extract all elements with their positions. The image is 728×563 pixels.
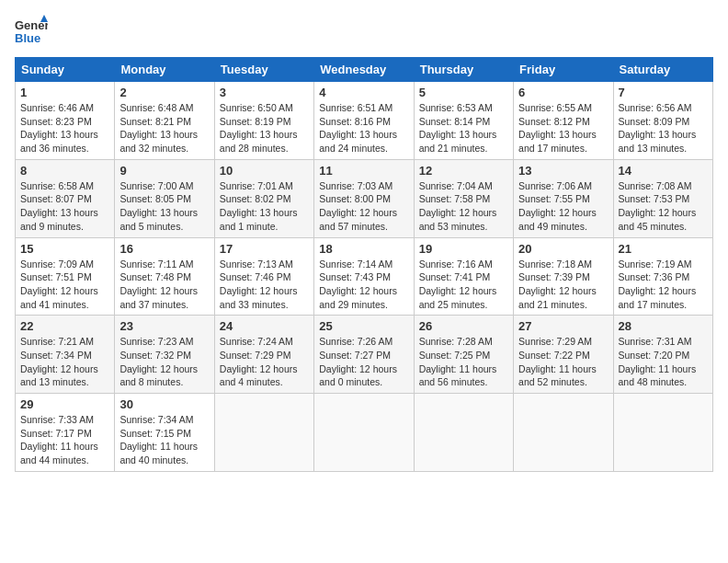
- calendar-cell: [314, 394, 414, 472]
- day-info: Sunrise: 6:56 AMSunset: 8:09 PMDaylight:…: [619, 101, 708, 155]
- calendar-cell: 7 Sunrise: 6:56 AMSunset: 8:09 PMDayligh…: [613, 82, 712, 160]
- calendar-cell: 25 Sunrise: 7:26 AMSunset: 7:27 PMDaylig…: [314, 316, 414, 394]
- day-info: Sunrise: 7:13 AMSunset: 7:46 PMDaylight:…: [220, 258, 309, 312]
- weekday-header-saturday: Saturday: [613, 58, 712, 82]
- day-number: 15: [20, 242, 109, 256]
- day-info: Sunrise: 7:31 AMSunset: 7:20 PMDaylight:…: [619, 335, 708, 389]
- calendar-cell: 27 Sunrise: 7:29 AMSunset: 7:22 PMDaylig…: [514, 316, 613, 394]
- day-info: Sunrise: 7:24 AMSunset: 7:29 PMDaylight:…: [220, 335, 309, 389]
- calendar-cell: 15 Sunrise: 7:09 AMSunset: 7:51 PMDaylig…: [16, 237, 115, 316]
- day-number: 17: [220, 242, 309, 256]
- calendar-cell: [414, 394, 513, 472]
- calendar-cell: 6 Sunrise: 6:55 AMSunset: 8:12 PMDayligh…: [514, 82, 613, 160]
- day-info: Sunrise: 7:03 AMSunset: 8:00 PMDaylight:…: [319, 179, 408, 234]
- weekday-header-tuesday: Tuesday: [214, 58, 313, 82]
- day-info: Sunrise: 7:06 AMSunset: 7:55 PMDaylight:…: [518, 179, 608, 234]
- day-info: Sunrise: 6:55 AMSunset: 8:12 PMDaylight:…: [518, 101, 608, 155]
- day-info: Sunrise: 7:00 AMSunset: 8:05 PMDaylight:…: [119, 179, 209, 234]
- weekday-header-wednesday: Wednesday: [314, 58, 414, 82]
- day-number: 25: [319, 319, 408, 333]
- day-number: 18: [319, 242, 408, 256]
- day-info: Sunrise: 7:14 AMSunset: 7:43 PMDaylight:…: [319, 258, 408, 312]
- weekday-header-row: SundayMondayTuesdayWednesdayThursdayFrid…: [16, 58, 713, 82]
- day-number: 1: [20, 86, 109, 99]
- page-header: General Blue: [15, 15, 713, 48]
- day-number: 8: [20, 164, 109, 178]
- calendar-cell: 17 Sunrise: 7:13 AMSunset: 7:46 PMDaylig…: [214, 237, 313, 316]
- calendar-cell: 13 Sunrise: 7:06 AMSunset: 7:55 PMDaylig…: [514, 159, 613, 237]
- calendar-cell: 16 Sunrise: 7:11 AMSunset: 7:48 PMDaylig…: [115, 237, 214, 316]
- calendar-cell: [514, 394, 613, 472]
- calendar-week-row: 29 Sunrise: 7:33 AMSunset: 7:17 PMDaylig…: [16, 394, 713, 472]
- day-number: 6: [518, 86, 608, 99]
- day-info: Sunrise: 6:48 AMSunset: 8:21 PMDaylight:…: [119, 101, 209, 155]
- calendar-cell: 1 Sunrise: 6:46 AMSunset: 8:23 PMDayligh…: [16, 82, 115, 160]
- weekday-header-sunday: Sunday: [16, 58, 115, 82]
- calendar-cell: [214, 394, 313, 472]
- calendar-cell: 11 Sunrise: 7:03 AMSunset: 8:00 PMDaylig…: [314, 159, 414, 237]
- weekday-header-monday: Monday: [115, 58, 214, 82]
- calendar-cell: 2 Sunrise: 6:48 AMSunset: 8:21 PMDayligh…: [115, 82, 214, 160]
- day-number: 7: [619, 86, 708, 99]
- day-number: 13: [518, 164, 608, 178]
- day-number: 29: [20, 397, 109, 411]
- calendar-cell: 22 Sunrise: 7:21 AMSunset: 7:34 PMDaylig…: [16, 316, 115, 394]
- calendar-cell: 10 Sunrise: 7:01 AMSunset: 8:02 PMDaylig…: [214, 159, 313, 237]
- day-info: Sunrise: 7:33 AMSunset: 7:17 PMDaylight:…: [20, 413, 109, 467]
- day-number: 16: [119, 242, 209, 256]
- svg-text:Blue: Blue: [15, 31, 40, 45]
- calendar-week-row: 8 Sunrise: 6:58 AMSunset: 8:07 PMDayligh…: [16, 159, 713, 237]
- calendar-cell: 3 Sunrise: 6:50 AMSunset: 8:19 PMDayligh…: [214, 82, 313, 160]
- day-info: Sunrise: 7:01 AMSunset: 8:02 PMDaylight:…: [220, 179, 309, 234]
- logo: General Blue: [15, 15, 48, 48]
- day-number: 26: [419, 319, 508, 333]
- calendar-cell: 30 Sunrise: 7:34 AMSunset: 7:15 PMDaylig…: [115, 394, 214, 472]
- day-number: 9: [119, 164, 209, 178]
- calendar-cell: 23 Sunrise: 7:23 AMSunset: 7:32 PMDaylig…: [115, 316, 214, 394]
- calendar-week-row: 22 Sunrise: 7:21 AMSunset: 7:34 PMDaylig…: [16, 316, 713, 394]
- calendar-cell: 24 Sunrise: 7:24 AMSunset: 7:29 PMDaylig…: [214, 316, 313, 394]
- day-info: Sunrise: 7:09 AMSunset: 7:51 PMDaylight:…: [20, 258, 109, 312]
- day-number: 12: [419, 164, 508, 178]
- logo-icon: General Blue: [15, 15, 48, 48]
- day-info: Sunrise: 7:23 AMSunset: 7:32 PMDaylight:…: [119, 335, 209, 389]
- day-info: Sunrise: 6:50 AMSunset: 8:19 PMDaylight:…: [220, 101, 309, 155]
- weekday-header-thursday: Thursday: [414, 58, 513, 82]
- calendar-week-row: 1 Sunrise: 6:46 AMSunset: 8:23 PMDayligh…: [16, 82, 713, 160]
- day-info: Sunrise: 7:19 AMSunset: 7:36 PMDaylight:…: [619, 258, 708, 312]
- calendar-cell: 21 Sunrise: 7:19 AMSunset: 7:36 PMDaylig…: [613, 237, 712, 316]
- weekday-header-friday: Friday: [514, 58, 613, 82]
- day-info: Sunrise: 6:51 AMSunset: 8:16 PMDaylight:…: [319, 101, 408, 155]
- calendar-cell: [613, 394, 712, 472]
- calendar-cell: 28 Sunrise: 7:31 AMSunset: 7:20 PMDaylig…: [613, 316, 712, 394]
- day-number: 23: [119, 319, 209, 333]
- day-info: Sunrise: 7:29 AMSunset: 7:22 PMDaylight:…: [518, 335, 608, 389]
- day-info: Sunrise: 7:16 AMSunset: 7:41 PMDaylight:…: [419, 258, 508, 312]
- calendar-cell: 29 Sunrise: 7:33 AMSunset: 7:17 PMDaylig…: [16, 394, 115, 472]
- day-info: Sunrise: 7:08 AMSunset: 7:53 PMDaylight:…: [619, 179, 708, 234]
- calendar-cell: 8 Sunrise: 6:58 AMSunset: 8:07 PMDayligh…: [16, 159, 115, 237]
- calendar-cell: 20 Sunrise: 7:18 AMSunset: 7:39 PMDaylig…: [514, 237, 613, 316]
- day-info: Sunrise: 7:21 AMSunset: 7:34 PMDaylight:…: [20, 335, 109, 389]
- calendar-body: 1 Sunrise: 6:46 AMSunset: 8:23 PMDayligh…: [16, 82, 713, 472]
- calendar-cell: 26 Sunrise: 7:28 AMSunset: 7:25 PMDaylig…: [414, 316, 513, 394]
- calendar-cell: 9 Sunrise: 7:00 AMSunset: 8:05 PMDayligh…: [115, 159, 214, 237]
- calendar-cell: 12 Sunrise: 7:04 AMSunset: 7:58 PMDaylig…: [414, 159, 513, 237]
- day-number: 27: [518, 319, 608, 333]
- day-number: 21: [619, 242, 708, 256]
- day-number: 20: [518, 242, 608, 256]
- calendar-table: SundayMondayTuesdayWednesdayThursdayFrid…: [15, 57, 713, 472]
- day-number: 28: [619, 319, 708, 333]
- calendar-cell: 5 Sunrise: 6:53 AMSunset: 8:14 PMDayligh…: [414, 82, 513, 160]
- day-info: Sunrise: 6:53 AMSunset: 8:14 PMDaylight:…: [419, 101, 508, 155]
- calendar-cell: 18 Sunrise: 7:14 AMSunset: 7:43 PMDaylig…: [314, 237, 414, 316]
- day-info: Sunrise: 6:46 AMSunset: 8:23 PMDaylight:…: [20, 101, 109, 155]
- day-number: 5: [419, 86, 508, 99]
- day-number: 24: [220, 319, 309, 333]
- calendar-header: SundayMondayTuesdayWednesdayThursdayFrid…: [16, 58, 713, 82]
- day-number: 14: [619, 164, 708, 178]
- day-number: 3: [220, 86, 309, 99]
- day-number: 19: [419, 242, 508, 256]
- day-number: 30: [119, 397, 209, 411]
- calendar-week-row: 15 Sunrise: 7:09 AMSunset: 7:51 PMDaylig…: [16, 237, 713, 316]
